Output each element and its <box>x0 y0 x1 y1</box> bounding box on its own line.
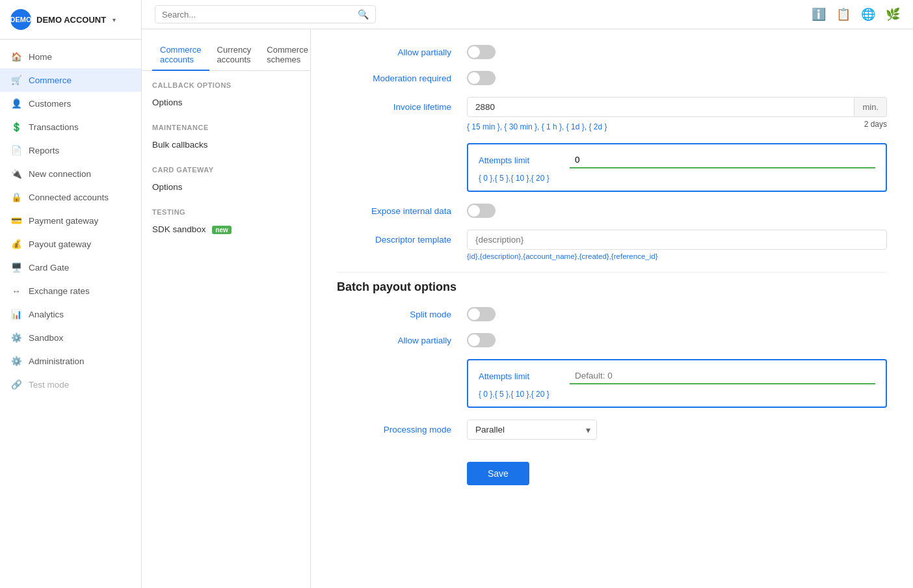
invoice-hint-right: 2 days <box>864 120 887 131</box>
sidebar-item-analytics[interactable]: 📊 Analytics <box>0 302 141 326</box>
transactions-icon: 💲 <box>10 121 22 133</box>
sidebar-item-commerce[interactable]: 🛒 Commerce <box>0 68 141 92</box>
attempts-batch-shortcuts: { 0 },{ 5 },{ 10 },{ 20 } <box>479 390 875 399</box>
list-icon[interactable]: 📋 <box>836 7 851 21</box>
sidebar-item-payout-gateway[interactable]: 💰 Payout gateway <box>0 232 141 256</box>
attempts-limit-batch-input[interactable] <box>570 368 648 384</box>
connected-accounts-icon: 🔒 <box>10 191 22 203</box>
descriptor-template-hint: {id},{description},{account_name},{creat… <box>467 252 887 260</box>
attempts-limit-batch-control: Attempts limit { 0 },{ 5 },{ 10 },{ 20 } <box>467 359 887 408</box>
moderation-required-row: Moderation required <box>337 71 887 85</box>
attempts-limit-batch-row: Attempts limit { 0 },{ 5 },{ 10 },{ 20 } <box>337 359 887 408</box>
reports-icon: 📄 <box>10 144 22 156</box>
sidebar-nav: 🏠 Home 🛒 Commerce 👤 Customers 💲 Transact… <box>0 40 141 588</box>
card-gate-icon: 🖥️ <box>10 261 22 273</box>
attempts-limit-batch-box: Attempts limit { 0 },{ 5 },{ 10 },{ 20 } <box>467 359 887 408</box>
sidebar-item-payment-gateway[interactable]: 💳 Payment gateway <box>0 209 141 232</box>
exchange-rates-icon: ↔️ <box>10 285 22 297</box>
payment-gateway-icon: 💳 <box>10 215 22 226</box>
allow-partially-batch-label: Allow partially <box>337 336 467 345</box>
globe-icon[interactable]: 🌐 <box>861 7 875 21</box>
sidebar-item-connected-accounts[interactable]: 🔒 Connected accounts <box>0 185 141 209</box>
search-input[interactable] <box>162 10 352 20</box>
allow-partially-batch-toggle[interactable] <box>467 333 496 347</box>
sidebar-item-label: New connection <box>29 169 131 179</box>
attempts-shortcuts: { 0 },{ 5 },{ 10 },{ 20 } <box>479 174 875 183</box>
attempts-limit-callback-box: Attempts limit { 0 },{ 5 },{ 10 },{ 20 } <box>467 143 887 192</box>
attempts-limit-label: Attempts limit <box>479 155 570 165</box>
sidebar-item-administration[interactable]: ⚙️ Administration <box>0 349 141 373</box>
attempts-limit-callback-control: Attempts limit { 0 },{ 5 },{ 10 },{ 20 } <box>467 143 887 192</box>
search-box[interactable]: 🔍 <box>155 5 376 23</box>
sidebar-item-label: Administration <box>29 356 131 366</box>
sub-nav-item-options-card[interactable]: Options <box>142 176 310 198</box>
tab-commerce-schemes[interactable]: Commerce schemes <box>259 40 311 71</box>
sidebar-item-label: Payment gateway <box>29 216 131 226</box>
sidebar-item-sandbox[interactable]: ⚙️ Sandbox <box>0 326 141 349</box>
attempts-limit-input-right[interactable] <box>648 152 875 168</box>
processing-mode-select[interactable]: Parallel Sequential <box>467 420 597 440</box>
processing-mode-label: Processing mode <box>337 425 467 434</box>
expose-internal-data-toggle[interactable] <box>467 204 496 218</box>
sidebar-item-label: Customers <box>29 99 131 109</box>
payout-gateway-icon: 💰 <box>10 238 22 250</box>
sub-nav-item-sdk-sandbox[interactable]: SDK sandbox new <box>142 219 310 240</box>
analytics-icon: 📊 <box>10 308 22 320</box>
info-icon[interactable]: ℹ️ <box>812 7 826 21</box>
chevron-down-icon: ▾ <box>112 16 116 23</box>
split-mode-toggle[interactable] <box>467 307 496 321</box>
allow-partially-label: Allow partially <box>337 47 467 57</box>
moderation-required-toggle[interactable] <box>467 71 496 85</box>
avatar: DEMO <box>10 9 31 30</box>
moderation-required-label: Moderation required <box>337 74 467 83</box>
save-button[interactable]: Save <box>467 462 529 485</box>
attempts-limit-batch-input-right[interactable] <box>648 368 875 384</box>
allow-partially-batch-control <box>467 333 887 347</box>
new-connection-icon: 🔌 <box>10 168 22 180</box>
sub-nav-item-bulk-callbacks[interactable]: Bulk callbacks <box>142 134 310 155</box>
commerce-icon: 🛒 <box>10 74 22 86</box>
allow-partially-toggle[interactable] <box>467 45 496 59</box>
test-mode-icon: 🔗 <box>10 379 22 390</box>
sidebar-item-label: Connected accounts <box>29 193 131 202</box>
sidebar-header[interactable]: DEMO DEMO ACCOUNT ▾ <box>0 0 141 40</box>
sub-nav-tabs: Commerce accounts Currency accounts Comm… <box>142 40 310 71</box>
invoice-lifetime-input[interactable] <box>467 97 854 117</box>
new-badge: new <box>212 226 231 234</box>
sub-nav-section-callback: CALLBACK OPTIONS <box>142 71 310 92</box>
sidebar-item-card-gate[interactable]: 🖥️ Card Gate <box>0 256 141 279</box>
sidebar-item-home[interactable]: 🏠 Home <box>0 45 141 68</box>
descriptor-template-row: Descriptor template {id},{description},{… <box>337 230 887 260</box>
sandbox-icon: ⚙️ <box>10 332 22 343</box>
lifetime-unit: min. <box>854 97 887 117</box>
sidebar-item-label: Commerce <box>29 75 131 85</box>
allow-partially-row: Allow partially <box>337 45 887 59</box>
sidebar-item-new-connection[interactable]: 🔌 New connection <box>0 162 141 185</box>
topbar: 🔍 ℹ️ 📋 🌐 🌿 <box>142 0 913 29</box>
sidebar-item-customers[interactable]: 👤 Customers <box>0 92 141 115</box>
sidebar-item-label: Reports <box>29 146 131 155</box>
tab-commerce-accounts[interactable]: Commerce accounts <box>152 40 209 71</box>
sidebar-item-label: Transactions <box>29 122 131 132</box>
sidebar-item-label: Analytics <box>29 310 131 319</box>
sidebar-item-label: Home <box>29 52 131 62</box>
sidebar-item-transactions[interactable]: 💲 Transactions <box>0 115 141 139</box>
invoice-lifetime-label: Invoice lifetime <box>337 97 467 112</box>
split-mode-label: Split mode <box>337 310 467 319</box>
sub-nav-section-testing: TESTING <box>142 198 310 219</box>
allow-partially-control <box>467 45 887 59</box>
split-mode-row: Split mode <box>337 307 887 321</box>
sub-nav-section-card-gateway: CARD GATEWAY <box>142 155 310 176</box>
tab-currency-accounts[interactable]: Currency accounts <box>209 40 259 71</box>
processing-mode-control: Parallel Sequential <box>467 420 887 440</box>
descriptor-template-input[interactable] <box>467 230 887 250</box>
sub-nav-item-options-callback[interactable]: Options <box>142 92 310 113</box>
expose-internal-data-control <box>467 204 887 218</box>
attempts-limit-input[interactable] <box>570 152 648 168</box>
processing-mode-row: Processing mode Parallel Sequential <box>337 420 887 440</box>
account-icon[interactable]: 🌿 <box>886 7 900 21</box>
sidebar-item-label: Card Gate <box>29 263 131 273</box>
sidebar-item-exchange-rates[interactable]: ↔️ Exchange rates <box>0 279 141 302</box>
save-button-wrapper: Save <box>337 451 887 485</box>
sidebar-item-reports[interactable]: 📄 Reports <box>0 139 141 162</box>
